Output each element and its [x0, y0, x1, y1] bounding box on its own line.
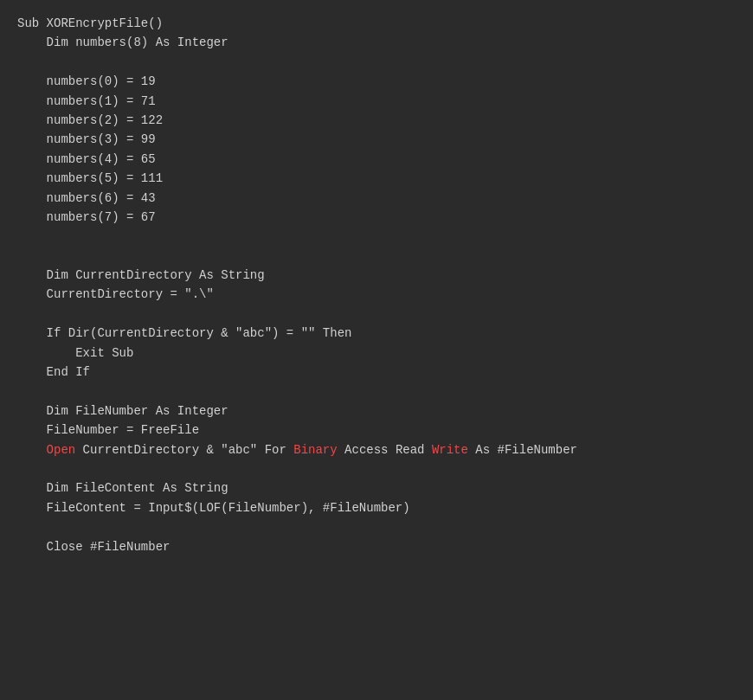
code-line [17, 227, 736, 246]
code-line: numbers(6) = 43 [17, 189, 736, 208]
code-line: CurrentDirectory = ".\" [17, 285, 736, 304]
code-line [17, 459, 736, 478]
code-line: If Dir(CurrentDirectory & "abc") = "" Th… [17, 324, 736, 343]
code-line: numbers(1) = 71 [17, 92, 736, 111]
code-line: Dim numbers(8) As Integer [17, 33, 736, 52]
code-line: Dim FileNumber As Integer [17, 401, 736, 421]
code-container: Sub XOREncryptFile() Dim numbers(8) As I… [17, 14, 736, 556]
code-line: Close #FileNumber [17, 537, 736, 556]
code-line: numbers(7) = 67 [17, 208, 736, 227]
code-line: numbers(0) = 19 [17, 72, 736, 91]
code-line: numbers(5) = 111 [17, 169, 736, 188]
code-line [17, 517, 736, 536]
code-line: Sub XOREncryptFile() [17, 14, 736, 33]
code-line: numbers(3) = 99 [17, 130, 736, 149]
code-line [17, 247, 736, 266]
code-line: Dim FileContent As String [17, 478, 736, 498]
code-line [17, 305, 736, 324]
code-line: numbers(2) = 122 [17, 111, 736, 130]
code-line: numbers(4) = 65 [17, 150, 736, 169]
code-line: FileContent = Input$(LOF(FileNumber), #F… [17, 498, 736, 517]
code-line: FileNumber = FreeFile [17, 421, 736, 440]
code-line: Open CurrentDirectory & "abc" For Binary… [17, 440, 736, 459]
code-line [17, 382, 736, 401]
code-line: End If [17, 363, 736, 382]
code-line [17, 53, 736, 72]
code-line: Exit Sub [17, 344, 736, 363]
code-line: Dim CurrentDirectory As String [17, 266, 736, 285]
